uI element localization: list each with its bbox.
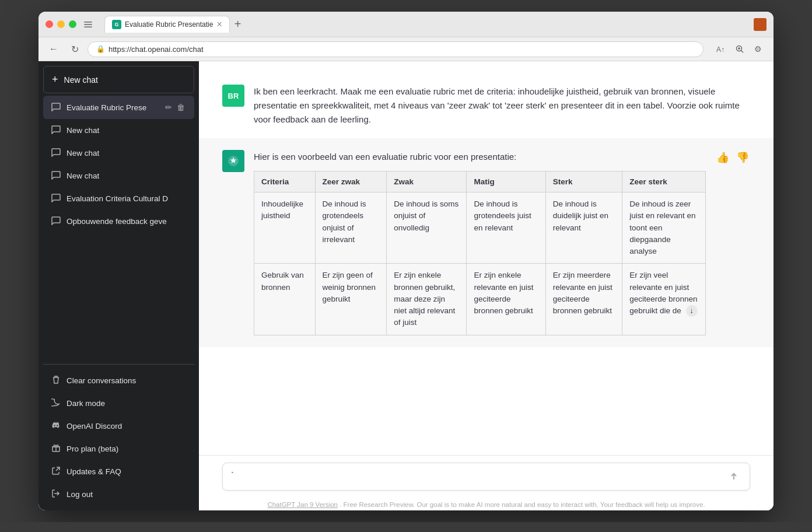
dark-mode-label: Dark mode: [66, 399, 186, 408]
sidebar-item-new-chat-2[interactable]: New chat: [43, 142, 194, 164]
footer-description: . Free Research Preview. Our goal is to …: [340, 501, 705, 508]
discord-label: OpenAI Discord: [66, 422, 186, 430]
sidebar-item-updates-faq[interactable]: Updates & FAQ: [43, 460, 194, 483]
rubric-table: Criteria Zeer zwak Zwak Matig Sterk Zeer…: [254, 171, 706, 335]
new-tab-button[interactable]: +: [230, 18, 246, 31]
cell-zeerzwak-1: Er zijn geen of weinig bronnen gebruikt: [315, 264, 387, 335]
gift-icon: [51, 443, 61, 454]
sidebar-item-label-eval: Evaluation Criteria Cultural D: [66, 194, 186, 203]
cell-zeersterk-0: De inhoud is zeer juist en relevant en t…: [622, 192, 706, 264]
logout-label: Log out: [66, 490, 186, 499]
sidebar-item-discord[interactable]: OpenAI Discord: [43, 415, 194, 438]
chat-messages: BR Ik ben een leerkracht. Maak me een ev…: [199, 61, 774, 455]
sidebar-item-label-new3: New chat: [66, 172, 186, 180]
sidebar-item-label-evaluatie: Evaluatie Rubric Prese: [66, 103, 158, 112]
col-header-zeer-sterk: Zeer sterk: [622, 172, 706, 192]
tab-close-button[interactable]: ×: [216, 20, 222, 29]
col-header-matig: Matig: [467, 172, 545, 192]
plus-icon: +: [52, 74, 58, 86]
cell-zeersterk-1: Er zijn veel relevante en juist geciteer…: [622, 264, 706, 335]
chat-icon: [51, 102, 61, 113]
send-button[interactable]: [726, 469, 741, 484]
svg-rect-0: [84, 22, 92, 23]
thumbs-down-button[interactable]: 👎: [735, 150, 750, 165]
thumbs-up-button[interactable]: 👍: [715, 150, 730, 165]
chat-icon-2: [51, 148, 61, 159]
zoom-button[interactable]: [732, 41, 748, 57]
sidebar-toggle-button[interactable]: [81, 18, 95, 32]
user-message: BR Ik ben een leerkracht. Maak me een ev…: [199, 73, 774, 138]
back-button[interactable]: ←: [46, 41, 62, 57]
edit-chat-button[interactable]: ✏: [164, 102, 173, 113]
sidebar-item-label-new2: New chat: [66, 149, 186, 158]
chat-icon-4: [51, 193, 61, 204]
cell-sterk-1: Er zijn meerdere relevante en juist geci…: [545, 264, 622, 335]
cell-criteria-0: Inhoudelijke juistheid: [254, 192, 316, 264]
trash-icon: [51, 375, 61, 386]
sidebar-item-evaluation-criteria[interactable]: Evaluation Criteria Cultural D: [43, 187, 194, 210]
col-header-zeer-zwak: Zeer zwak: [315, 172, 387, 192]
discord-icon: [51, 421, 61, 432]
sidebar-item-label-new1: New chat: [66, 126, 186, 135]
col-header-sterk: Sterk: [545, 172, 622, 192]
extensions-button[interactable]: ⚙: [750, 41, 766, 57]
pro-plan-label: Pro plan (beta): [66, 444, 186, 453]
input-container: `: [222, 463, 750, 491]
svg-rect-2: [84, 26, 92, 27]
sidebar-divider: [43, 364, 194, 365]
cell-sterk-0: De inhoud is duidelijk juist en relevant: [545, 192, 622, 264]
main-content: BR Ik ben een leerkracht. Maak me een ev…: [199, 61, 774, 510]
assistant-message-body: Hier is een voorbeeld van een evaluatie …: [254, 150, 706, 335]
new-chat-button[interactable]: + New chat: [43, 66, 194, 93]
moon-icon: [51, 398, 61, 409]
tab-favicon: G: [112, 20, 121, 29]
col-header-zwak: Zwak: [387, 172, 467, 192]
cell-matig-0: De inhoud is grotendeels juist en releva…: [467, 192, 545, 264]
assistant-avatar: [222, 150, 244, 172]
cell-zwak-1: Er zijn enkele bronnen gebruikt, maar de…: [387, 264, 467, 335]
active-tab[interactable]: G Evaluatie Rubric Presentatie ×: [104, 16, 230, 33]
assistant-message: Hier is een voorbeeld van een evaluatie …: [199, 138, 774, 347]
address-bar[interactable]: 🔒 https://chat.openai.com/chat: [88, 41, 704, 57]
footer-text: ChatGPT Jan 9 Version . Free Research Pr…: [199, 498, 774, 510]
tab-title: Evaluatie Rubric Presentatie: [125, 20, 213, 29]
maximize-button[interactable]: [69, 20, 76, 28]
svg-text:⚙: ⚙: [754, 44, 762, 54]
assistant-intro-text: Hier is een voorbeeld van een evaluatie …: [254, 150, 706, 164]
sidebar-item-new-chat-3[interactable]: New chat: [43, 164, 194, 187]
col-header-criteria: Criteria: [254, 172, 316, 192]
input-area: `: [199, 455, 774, 498]
cell-matig-1: Er zijn enkele relevante en juist gecite…: [467, 264, 545, 335]
refresh-button[interactable]: ↻: [66, 41, 83, 57]
url-text: https://chat.openai.com/chat: [108, 45, 204, 54]
sidebar-item-evaluatie-rubric[interactable]: Evaluatie Rubric Prese ✏ 🗑: [43, 96, 194, 119]
lock-icon: 🔒: [96, 45, 105, 53]
svg-text:A↑: A↑: [716, 46, 724, 54]
table-row-bronnen: Gebruik van bronnen Er zijn geen of wein…: [254, 264, 706, 335]
cell-criteria-1: Gebruik van bronnen: [254, 264, 316, 335]
clear-conversations-label: Clear conversations: [66, 376, 186, 385]
footer-link[interactable]: ChatGPT Jan 9 Version: [267, 501, 338, 508]
table-row-inhoudelijke: Inhoudelijke juistheid De inhoud is grot…: [254, 192, 706, 264]
cell-zwak-0: De inhoud is soms onjuist of onvolledig: [387, 192, 467, 264]
sidebar-item-label-opbouw: Opbouwende feedback geve: [66, 217, 186, 226]
logout-icon: [51, 489, 61, 500]
sidebar-item-new-chat-1[interactable]: New chat: [43, 119, 194, 142]
chat-input[interactable]: `: [231, 470, 726, 483]
sidebar-item-clear[interactable]: Clear conversations: [43, 369, 194, 392]
sidebar: + New chat Evaluatie Rubric Prese ✏ 🗑 Ne…: [38, 61, 199, 510]
chat-icon-3: [51, 170, 61, 181]
sidebar-item-opbouwende[interactable]: Opbouwende feedback geve: [43, 210, 194, 233]
external-link-icon: [51, 466, 61, 477]
reader-mode-button[interactable]: A↑: [713, 41, 729, 57]
delete-chat-button[interactable]: 🗑: [176, 102, 186, 113]
minimize-button[interactable]: [57, 20, 65, 28]
sidebar-item-logout[interactable]: Log out: [43, 483, 194, 506]
new-chat-label: New chat: [64, 75, 98, 85]
sidebar-item-dark-mode[interactable]: Dark mode: [43, 392, 194, 415]
extension-icon: [754, 18, 766, 31]
scroll-down-indicator: ↓: [686, 305, 698, 317]
close-button[interactable]: [46, 20, 53, 28]
cell-zeerzwak-0: De inhoud is grotendeels onjuist of irre…: [315, 192, 387, 264]
sidebar-item-pro-plan[interactable]: Pro plan (beta): [43, 438, 194, 460]
